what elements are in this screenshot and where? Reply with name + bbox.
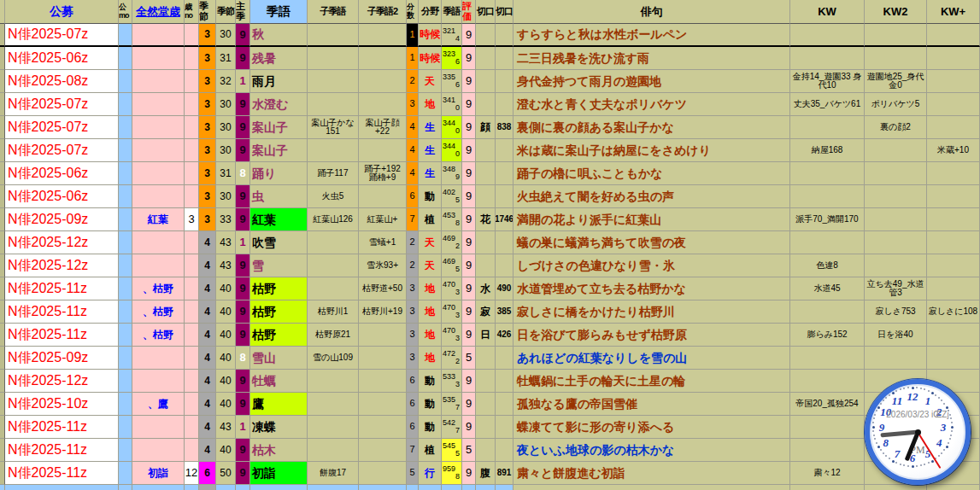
- cell-ko2[interactable]: 雪氷93+: [359, 254, 407, 277]
- cell-kw[interactable]: [790, 47, 865, 70]
- cell-kiri[interactable]: 水: [476, 277, 496, 300]
- cell-mo[interactable]: [119, 254, 132, 277]
- cell-id[interactable]: N俳2025-06z: [5, 47, 119, 70]
- cell-kw[interactable]: 派手70_満開170: [790, 208, 865, 231]
- column-header-kwp[interactable]: KW+: [927, 0, 980, 24]
- cell-k2[interactable]: 50: [216, 462, 236, 485]
- cell-zen[interactable]: [132, 347, 185, 370]
- cell-k1[interactable]: 4: [199, 416, 216, 439]
- column-header-bunya[interactable]: 分野: [419, 0, 442, 24]
- cell-zen[interactable]: [132, 231, 185, 254]
- cell-kiri2[interactable]: 385: [496, 300, 513, 324]
- cell-id[interactable]: N俳2025-07z: [5, 139, 119, 162]
- cell-kiten[interactable]: 4692: [442, 231, 462, 254]
- cell-ko2[interactable]: 枯野川+19: [359, 300, 407, 324]
- cell-kiri[interactable]: [476, 162, 496, 185]
- cell-haiku[interactable]: 裏側に裏の顔ある案山子かな: [513, 116, 790, 139]
- cell-kigo[interactable]: 案山子: [250, 139, 308, 162]
- cell-zen[interactable]: 、枯野: [132, 300, 185, 324]
- cell-k2[interactable]: 32: [216, 70, 236, 93]
- column-header-k2[interactable]: 季節: [216, 0, 236, 24]
- cell-ko1[interactable]: 雪の山109: [308, 347, 359, 370]
- cell-k2[interactable]: 40: [216, 324, 236, 347]
- cell-ko1[interactable]: 枯野原21: [308, 324, 359, 347]
- cell-shu[interactable]: 1: [236, 416, 250, 439]
- column-header-k1[interactable]: 季節: [199, 0, 216, 24]
- cell-haiku[interactable]: すらすらと秋は水性ボールペン: [513, 24, 790, 47]
- cell-id[interactable]: N俳2025-12z: [5, 254, 119, 277]
- cell-bunya[interactable]: 天: [419, 254, 442, 277]
- cell-k2[interactable]: 40: [216, 439, 236, 462]
- cell-shu[interactable]: 9: [236, 185, 250, 208]
- cell-bun[interactable]: 1: [407, 24, 419, 47]
- cell-bun[interactable]: 2: [407, 231, 419, 254]
- cell-kiri2[interactable]: 838: [496, 116, 513, 139]
- cell-shu[interactable]: 9: [236, 439, 250, 462]
- cell-shu[interactable]: 9: [236, 277, 250, 300]
- cell-sai[interactable]: [185, 231, 199, 254]
- cell-shu[interactable]: 8: [236, 347, 250, 370]
- cell-bun[interactable]: 7: [407, 439, 419, 462]
- cell-hyoka[interactable]: 9: [462, 393, 476, 416]
- cell-bunya[interactable]: 天: [419, 70, 442, 93]
- column-header-hyoka[interactable]: 評価: [462, 0, 476, 24]
- cell-kwp[interactable]: [927, 324, 980, 347]
- cell-haiku[interactable]: 澄む水と青く丈夫なポリバケツ: [513, 93, 790, 116]
- cell-kigo[interactable]: 枯野: [250, 300, 308, 324]
- cell-hyoka[interactable]: 9: [462, 139, 476, 162]
- cell-ko1[interactable]: 餅腹17: [308, 462, 359, 485]
- cell-ko1[interactable]: [308, 139, 359, 162]
- cell-bunya[interactable]: 植: [419, 439, 442, 462]
- cell-kw[interactable]: 金持14_遊園33 身代10: [790, 70, 865, 93]
- cell-id[interactable]: N俳2025-06z: [5, 185, 119, 208]
- cell-ko2[interactable]: [359, 93, 407, 116]
- cell-hyoka[interactable]: 9: [462, 462, 476, 485]
- cell-kigo[interactable]: 紅葉: [250, 208, 308, 231]
- cell-kw[interactable]: 色違8: [790, 254, 865, 277]
- cell-ko2[interactable]: 枯野道+50: [359, 277, 407, 300]
- cell-mo[interactable]: [119, 208, 132, 231]
- cell-kiri[interactable]: 顔: [476, 116, 496, 139]
- cell-zen[interactable]: [132, 139, 185, 162]
- cell-haiku[interactable]: 蟻の巣に蟻満ち満ちて吹雪の夜: [513, 231, 790, 254]
- cell-kw2[interactable]: [865, 162, 927, 185]
- cell-bunya[interactable]: 植: [419, 208, 442, 231]
- cell-shu[interactable]: 9: [236, 24, 250, 47]
- cell-kwp[interactable]: [927, 47, 980, 70]
- cell-k1[interactable]: 4: [199, 370, 216, 393]
- cell-kigo[interactable]: 凍蝶: [250, 416, 308, 439]
- cell-shu[interactable]: 9: [236, 393, 250, 416]
- cell-kiri2[interactable]: [496, 393, 513, 416]
- cell-k2[interactable]: 33: [216, 208, 236, 231]
- cell-mo[interactable]: [119, 24, 132, 47]
- cell-kw2[interactable]: 日を浴40: [865, 324, 927, 347]
- cell-kw[interactable]: [790, 300, 865, 324]
- column-header-kigo[interactable]: 季語: [250, 0, 308, 24]
- cell-bunya[interactable]: 生: [419, 139, 442, 162]
- cell-shu[interactable]: 8: [236, 162, 250, 185]
- column-header-kiten[interactable]: 季語: [442, 0, 462, 24]
- cell-ko2[interactable]: [359, 439, 407, 462]
- cell-kiri[interactable]: [476, 393, 496, 416]
- cell-kw[interactable]: 粛々12: [790, 462, 865, 485]
- cell-kw2[interactable]: [865, 347, 927, 370]
- cell-hyoka[interactable]: 9: [462, 254, 476, 277]
- cell-kigo[interactable]: 枯野: [250, 324, 308, 347]
- cell-mo[interactable]: [119, 347, 132, 370]
- cell-kigo[interactable]: 虫: [250, 185, 308, 208]
- cell-k2[interactable]: 43: [216, 231, 236, 254]
- cell-hyoka[interactable]: 9: [462, 185, 476, 208]
- cell-shu[interactable]: 9: [236, 116, 250, 139]
- cell-mo[interactable]: [119, 116, 132, 139]
- cell-haiku[interactable]: 米は蔵に案山子は納屋にをさめけり: [513, 139, 790, 162]
- cell-kw2[interactable]: [865, 47, 927, 70]
- cell-bunya[interactable]: 動: [419, 416, 442, 439]
- cell-kiten[interactable]: 4025: [442, 185, 462, 208]
- cell-kw[interactable]: 納屋168: [790, 139, 865, 162]
- cell-k2[interactable]: 43: [216, 254, 236, 277]
- cell-sai[interactable]: 12: [185, 462, 199, 485]
- cell-sai[interactable]: [185, 116, 199, 139]
- cell-zen[interactable]: 、枯野: [132, 277, 185, 300]
- cell-kigo[interactable]: 枯野: [250, 277, 308, 300]
- cell-bunya[interactable]: 生: [419, 162, 442, 185]
